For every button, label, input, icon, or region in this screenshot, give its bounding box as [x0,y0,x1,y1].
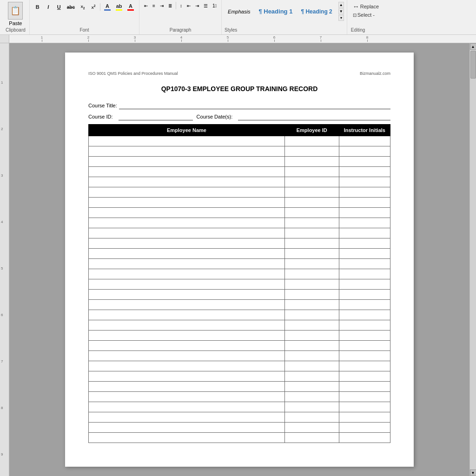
cell-id-20[interactable] [284,341,339,351]
cell-name-10[interactable] [89,238,285,249]
cell-id-12[interactable] [284,259,339,269]
cell-id-25[interactable] [284,392,339,402]
cell-id-26[interactable] [284,402,339,412]
paste-label[interactable]: Paste [9,20,22,26]
cell-initials-25[interactable] [339,392,390,402]
cell-id-17[interactable] [284,310,339,320]
numbering-button[interactable]: 1⃣ [211,2,218,9]
cell-id-13[interactable] [284,269,339,279]
cell-initials-24[interactable] [339,382,390,392]
cell-name-18[interactable] [89,320,285,331]
cell-id-18[interactable] [284,320,339,331]
cell-name-27[interactable] [89,412,285,423]
cell-name-1[interactable] [89,146,285,157]
cell-initials-14[interactable] [339,279,390,290]
highlight-button[interactable]: ab [113,2,125,12]
cell-name-12[interactable] [89,259,285,269]
cell-initials-8[interactable] [339,218,390,228]
cell-initials-21[interactable] [339,351,390,361]
paste-button[interactable]: 📋 [8,2,23,20]
cell-name-11[interactable] [89,249,285,259]
cell-name-23[interactable] [89,371,285,382]
cell-id-28[interactable] [284,423,339,433]
cell-name-22[interactable] [89,361,285,371]
cell-initials-10[interactable] [339,238,390,249]
cell-name-4[interactable] [89,177,285,187]
styles-scroll-more[interactable]: ▾ [338,15,344,21]
cell-id-14[interactable] [284,279,339,290]
cell-name-19[interactable] [89,331,285,341]
cell-id-0[interactable] [284,136,339,146]
cell-name-25[interactable] [89,392,285,402]
course-id-field[interactable] [119,113,193,120]
replace-button[interactable]: ↔ Replace [351,2,381,11]
cell-id-16[interactable] [284,300,339,310]
indent-increase-button[interactable]: ⇥ [193,2,201,9]
cell-name-20[interactable] [89,341,285,351]
vertical-scrollbar[interactable]: ▲ ▼ [469,43,476,476]
strikethrough-button[interactable]: abc [65,3,77,11]
cell-name-24[interactable] [89,382,285,392]
cell-initials-12[interactable] [339,259,390,269]
bullets-button[interactable]: ☰ [202,2,210,9]
cell-initials-16[interactable] [339,300,390,310]
cell-id-21[interactable] [284,351,339,361]
cell-name-13[interactable] [89,269,285,279]
cell-id-6[interactable] [284,198,339,208]
cell-initials-29[interactable] [339,433,390,443]
cell-id-10[interactable] [284,238,339,249]
cell-initials-27[interactable] [339,412,390,423]
cell-id-9[interactable] [284,228,339,238]
cell-initials-9[interactable] [339,228,390,238]
cell-initials-15[interactable] [339,290,390,300]
cell-name-21[interactable] [89,351,285,361]
justify-button[interactable]: ≣ [166,2,174,9]
cell-initials-20[interactable] [339,341,390,351]
subscript-button[interactable]: X2 [78,3,88,11]
cell-id-8[interactable] [284,218,339,228]
document-canvas[interactable]: ISO 9001 QMS Policies and Procedures Man… [9,43,469,476]
cell-initials-7[interactable] [339,208,390,218]
line-spacing-button[interactable]: ↕ [178,2,184,9]
cell-initials-0[interactable] [339,136,390,146]
cell-name-9[interactable] [89,228,285,238]
cell-initials-26[interactable] [339,402,390,412]
cell-name-8[interactable] [89,218,285,228]
style-heading1[interactable]: ¶ Heading 1 [255,7,296,16]
cell-name-29[interactable] [89,433,285,443]
cell-id-4[interactable] [284,177,339,187]
cell-name-28[interactable] [89,423,285,433]
cell-id-27[interactable] [284,412,339,423]
cell-initials-1[interactable] [339,146,390,157]
cell-initials-5[interactable] [339,187,390,198]
italic-button[interactable]: I [43,3,53,11]
cell-initials-2[interactable] [339,157,390,167]
cell-initials-3[interactable] [339,167,390,177]
cell-initials-4[interactable] [339,177,390,187]
scroll-down-arrow[interactable]: ▼ [470,469,476,476]
align-right-button[interactable]: ⇥ [158,2,165,9]
cell-initials-23[interactable] [339,371,390,382]
cell-id-5[interactable] [284,187,339,198]
cell-name-2[interactable] [89,157,285,167]
scroll-thumb[interactable] [470,51,476,79]
cell-name-16[interactable] [89,300,285,310]
cell-id-2[interactable] [284,157,339,167]
text-color-button[interactable]: A [125,2,136,12]
cell-initials-19[interactable] [339,331,390,341]
cell-id-19[interactable] [284,331,339,341]
bold-button[interactable]: B [33,3,43,11]
style-heading2[interactable]: ¶ Heading 2 [298,7,335,16]
superscript-button[interactable]: X2 [88,3,99,11]
styles-scroll-up[interactable]: ▲ [338,2,344,8]
underline-button[interactable]: U [54,3,64,11]
cell-name-5[interactable] [89,187,285,198]
font-color-button[interactable]: A [102,2,113,12]
styles-scroll-down[interactable]: ▼ [338,8,344,14]
course-dates-field[interactable] [238,113,390,120]
style-emphasis[interactable]: Emphasis [225,7,253,16]
align-center-button[interactable]: ≡ [151,2,157,9]
cell-name-6[interactable] [89,198,285,208]
cell-initials-6[interactable] [339,198,390,208]
cell-id-1[interactable] [284,146,339,157]
